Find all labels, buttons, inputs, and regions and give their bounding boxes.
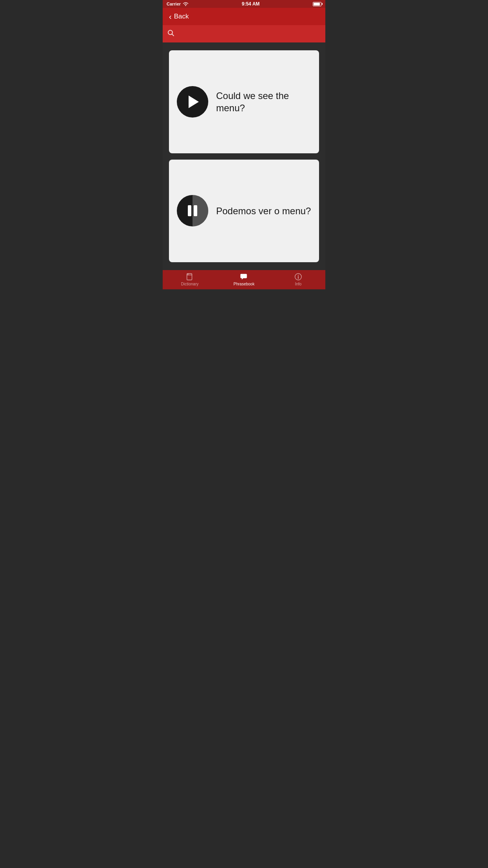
- pause-bar-right: [194, 205, 197, 216]
- status-bar: Carrier 9:54 AM: [163, 0, 325, 8]
- carrier-info: Carrier: [167, 2, 189, 6]
- phrasebook-icon: [240, 272, 248, 281]
- battery-icon: [313, 2, 321, 6]
- tab-bar: Dictionary Phrasebook Info: [163, 270, 325, 289]
- portuguese-phrase-text: Podemos ver o menu?: [216, 205, 311, 217]
- tab-phrasebook[interactable]: Phrasebook: [217, 270, 271, 289]
- search-icon: [167, 29, 174, 39]
- tab-info[interactable]: Info: [271, 270, 325, 289]
- svg-point-7: [298, 275, 299, 276]
- status-time: 9:54 AM: [242, 1, 260, 7]
- back-label: Back: [174, 13, 189, 20]
- english-phrase-card: Could we see the menu?: [169, 50, 319, 153]
- pause-icon: [188, 205, 197, 216]
- search-bar: [163, 25, 325, 42]
- dictionary-icon: [185, 272, 194, 281]
- back-chevron-icon: ‹: [169, 13, 172, 20]
- play-icon: [189, 96, 199, 108]
- dictionary-tab-label: Dictionary: [181, 282, 198, 286]
- battery-fill: [314, 3, 320, 6]
- carrier-text: Carrier: [167, 2, 181, 6]
- svg-line-1: [172, 34, 174, 36]
- portuguese-phrase-card: Podemos ver o menu?: [169, 160, 319, 263]
- play-button[interactable]: [177, 86, 208, 118]
- pause-button[interactable]: [177, 195, 208, 226]
- tab-dictionary[interactable]: Dictionary: [163, 270, 217, 289]
- wifi-icon: [183, 2, 189, 6]
- info-icon: [294, 272, 303, 281]
- phrasebook-tab-label: Phrasebook: [233, 282, 254, 286]
- search-input[interactable]: [178, 30, 321, 37]
- info-tab-label: Info: [295, 282, 302, 286]
- battery-indicator: [313, 2, 321, 6]
- pause-bar-left: [188, 205, 191, 216]
- back-button[interactable]: ‹ Back: [169, 13, 189, 20]
- english-phrase-text: Could we see the menu?: [216, 90, 311, 114]
- search-svg: [167, 29, 174, 37]
- main-content: Could we see the menu? Podemos ver o men…: [163, 42, 325, 270]
- svg-rect-2: [187, 274, 192, 280]
- nav-bar: ‹ Back: [163, 8, 325, 25]
